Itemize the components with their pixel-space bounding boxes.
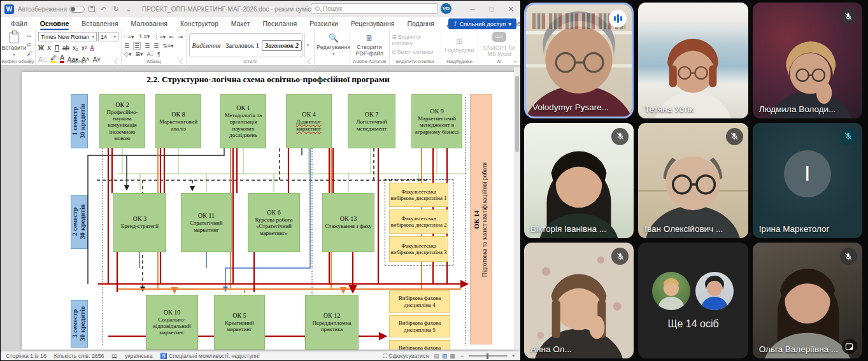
zoom-slider[interactable] xyxy=(469,355,507,357)
elective-box-5: Вибіркова фахова дисципліна 5 xyxy=(389,315,450,337)
course-box-ok1: ОК 1Методологія та організація наукових … xyxy=(220,94,266,148)
letter-avatar: I xyxy=(784,150,831,197)
maximize-button[interactable]: □ xyxy=(482,1,501,17)
document-page[interactable]: 2.2. Структурно-логічна схема освітньо-п… xyxy=(22,72,515,350)
save-icon[interactable] xyxy=(89,6,95,12)
tile-tetyana[interactable]: Тетяна Устік xyxy=(638,3,748,118)
tile-volodymyr[interactable]: Volodymyr Pysare... xyxy=(524,3,634,118)
web-layout-icon[interactable]: ▦ xyxy=(450,353,455,359)
elective-box-2: Факультетська вибіркова дисципліна 2 xyxy=(389,209,448,234)
user-avatar[interactable]: VD xyxy=(441,3,452,14)
tab-insert[interactable]: Вставлення xyxy=(75,17,124,30)
page-indicator[interactable]: Сторінка 1 із 16 xyxy=(6,353,46,359)
subscript-button[interactable]: x₂ xyxy=(73,45,78,52)
cell-content-button[interactable]: ⧉ Вміст клітинки xyxy=(392,49,438,56)
picture-in-picture-icon[interactable] xyxy=(842,339,857,354)
multilevel-icon[interactable]: ⋮≡▾ xyxy=(153,34,166,40)
style-heading1[interactable]: Заголовок 1 xyxy=(223,41,262,50)
tile-viktoria[interactable]: Вікторія Іванівна ... xyxy=(524,123,634,239)
tile-anna[interactable]: Анна Ол... xyxy=(524,243,634,358)
style-heading2[interactable]: Заголовок 2 xyxy=(262,40,302,51)
borders-icon[interactable]: ⊞▾ xyxy=(135,51,143,57)
word-titlebar: W Автозбереження ↶ ↻ ⌄ ПРОЕКТ_ОПП-МАРКЕТ… xyxy=(1,1,520,17)
word-count[interactable]: Кількість слів: 2656 xyxy=(54,353,104,359)
increase-indent-icon[interactable]: ⇥ xyxy=(178,34,183,40)
proofing-icon[interactable]: 🕮 xyxy=(111,353,117,359)
create-pdf-button[interactable]: 🗎 Створити PDF-файл xyxy=(353,32,387,57)
underline-button[interactable]: П xyxy=(55,45,59,52)
participant-name: Volodymyr Pysare... xyxy=(532,103,609,112)
undo-icon[interactable]: ↶ xyxy=(99,5,108,13)
overflow-tile[interactable]: Ще 14 осіб xyxy=(638,243,748,358)
shading-icon[interactable]: ◇▾ xyxy=(124,51,131,57)
justify-icon[interactable]: ☰ xyxy=(153,43,159,49)
format-painter-icon[interactable]: 🖌 xyxy=(27,50,32,57)
bullets-icon[interactable]: ∷≡▾ xyxy=(124,34,134,40)
addins-button[interactable]: ⊞ Надбудови xyxy=(444,32,475,57)
language-indicator[interactable]: українська xyxy=(125,353,152,359)
tile-olha[interactable]: Ольга Валеріївна ... xyxy=(753,243,862,358)
tab-view[interactable]: Подання xyxy=(401,17,440,30)
font-size-combo[interactable]: 14▾ xyxy=(98,32,118,41)
word-app-icon: W xyxy=(4,4,14,14)
tile-lyudmila[interactable]: Людмила Володи... xyxy=(753,3,862,118)
align-left-icon[interactable]: ☰ xyxy=(124,43,129,49)
tab-home[interactable]: Основне xyxy=(34,17,75,30)
course-box-ok10: ОК 10Соціально-відповідальний маркетинг xyxy=(146,295,198,350)
style-emphasis[interactable]: Виділення xyxy=(190,41,224,50)
tab-references[interactable]: Посилання xyxy=(257,17,304,30)
autosave-label: Автозбереження xyxy=(18,6,67,13)
tile-iryna[interactable]: I Ірина Маркетолог xyxy=(753,123,862,239)
sort-icon[interactable]: A↓ xyxy=(147,51,154,57)
minimize-button[interactable]: ─ xyxy=(463,1,482,17)
superscript-button[interactable]: x² xyxy=(82,45,87,52)
tab-layout[interactable]: Макет xyxy=(225,17,257,30)
focus-button[interactable]: ⛶ Сфокусуватися xyxy=(383,353,429,360)
screenshot-root: W Автозбереження ↶ ↻ ⌄ ПРОЕКТ_ОПП-МАРКЕТ… xyxy=(0,0,868,361)
bold-button[interactable]: Ж xyxy=(38,45,44,52)
tile-ivan[interactable]: Іван Олексійович ... xyxy=(638,123,748,239)
tab-design[interactable]: Конструктор xyxy=(174,17,225,30)
participant-name: Ірина Маркетолог xyxy=(759,224,830,234)
autosave-control[interactable]: Автозбереження xyxy=(18,6,85,13)
participant-grid: Volodymyr Pysare... Тетяна Устік xyxy=(524,3,862,358)
align-center-icon[interactable]: ☰ xyxy=(133,42,141,50)
vertical-scrollbar[interactable] xyxy=(514,67,520,350)
font-group: Times New Roman▾ 14▾ Ж К П ab x₂ x² A̲ A… xyxy=(36,30,122,65)
cut-icon[interactable]: ✂ xyxy=(27,33,32,39)
editing-button[interactable]: 🔍 Редагування▾ xyxy=(317,32,350,57)
more-commands-icon[interactable]: ⌄ xyxy=(124,5,133,13)
print-layout-icon[interactable]: ▥ xyxy=(442,353,448,359)
redo-icon[interactable]: ↻ xyxy=(111,5,120,13)
tab-draw[interactable]: Малювання xyxy=(125,17,174,30)
styles-group: Виділення Заголовок 1 Заголовок 2 ▾ Стил… xyxy=(187,30,315,65)
text-effects-icon[interactable]: A̲ xyxy=(90,45,94,52)
tab-review[interactable]: Рецензування xyxy=(345,17,401,30)
collapse-ribbon-icon[interactable]: ⌄ xyxy=(513,57,518,64)
read-mode-icon[interactable]: ▤ xyxy=(434,353,439,359)
accessibility-status[interactable]: ♿ Спеціальні можливості: недоступні xyxy=(160,353,260,359)
tab-mailings[interactable]: Розсилки xyxy=(303,17,345,30)
select-cell-button[interactable]: ⊞ Виділити клітинку xyxy=(392,34,438,46)
close-button[interactable]: ✕ xyxy=(501,1,520,17)
zoom-out-button[interactable]: − xyxy=(460,353,464,359)
zoom-in-button[interactable]: + xyxy=(512,353,515,359)
line-spacing-icon[interactable]: ⇅≡▾ xyxy=(162,43,173,49)
styles-scroll-icon[interactable]: ▾ xyxy=(304,33,311,57)
paste-button[interactable]: Вставити▾ xyxy=(3,32,25,57)
share-button[interactable]: ⤴ Спільний доступ ▾ xyxy=(448,18,516,29)
search-input[interactable]: Пошук xyxy=(311,3,438,14)
participant-name: Людмила Володи... xyxy=(759,104,836,114)
copy-icon[interactable]: ⧉ xyxy=(27,41,32,48)
elective-box-6: Вибіркова фахова дисципліна 6 xyxy=(389,340,450,350)
strikethrough-button[interactable]: ab xyxy=(62,45,69,52)
decrease-indent-icon[interactable]: ⇤ xyxy=(169,34,174,40)
chatgpt-button[interactable]: GPT ChatGPT for MS Word xyxy=(481,32,518,57)
italic-button[interactable]: К xyxy=(47,45,52,52)
font-name-combo[interactable]: Times New Roman▾ xyxy=(38,32,97,41)
pilcrow-icon[interactable]: ¶ xyxy=(157,51,160,57)
numbering-icon[interactable]: ⒈≡▾ xyxy=(138,32,150,41)
autosave-toggle[interactable] xyxy=(69,6,85,13)
align-right-icon[interactable]: ☰ xyxy=(145,43,150,49)
tab-file[interactable]: Файл xyxy=(4,17,34,30)
